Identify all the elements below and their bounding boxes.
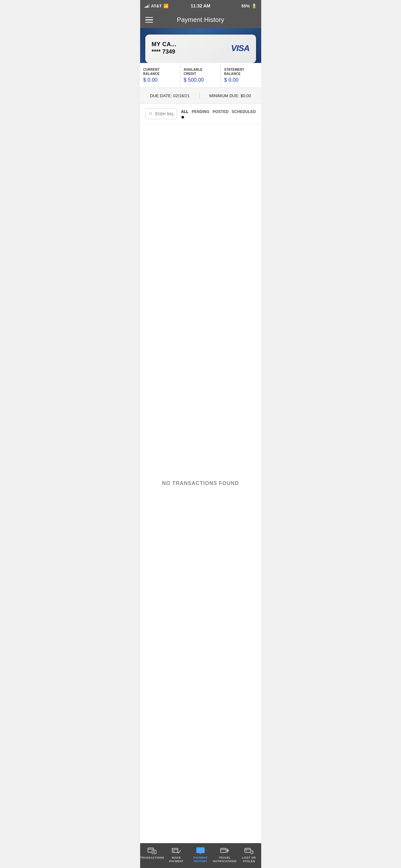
transactions-label: TRANSACTIONS xyxy=(140,856,164,860)
svg-rect-20 xyxy=(220,848,226,852)
divider xyxy=(199,92,199,99)
card-number: **** 7349 xyxy=(152,49,177,55)
page-title: Payment History xyxy=(158,16,243,24)
min-due-label: MINIMUM DUE: xyxy=(209,93,239,98)
filter-tabs-row: ALL PENDING POSTED SCHEDULED xyxy=(181,109,256,115)
search-filter-section: ALL PENDING POSTED SCHEDULED xyxy=(140,104,261,124)
nav-transactions[interactable]: TRANSACTIONS xyxy=(140,846,164,865)
payment-history-label: PAYMENTHISTORY xyxy=(193,856,208,864)
filter-tabs: ALL PENDING POSTED SCHEDULED xyxy=(181,109,256,119)
available-credit-label: AVAILABLECREDIT xyxy=(184,67,217,76)
due-date-label: DUE DATE: xyxy=(150,93,172,98)
statement-balance: STATEMENTBALANCE $ 0.00 xyxy=(221,63,261,88)
nav-make-payment[interactable]: MAKE PAYMENT xyxy=(164,846,189,865)
current-balance: CURRENTBALANCE $ 0.00 xyxy=(140,63,181,88)
svg-text:$: $ xyxy=(200,852,202,855)
search-icon xyxy=(149,111,153,116)
due-date-section: DUE DATE: 02/18/21 MINIMUM DUE: $0.00 xyxy=(140,88,261,104)
nav-payment-history[interactable]: $ PAYMENTHISTORY xyxy=(189,846,213,865)
filter-tab-pending[interactable]: PENDING xyxy=(192,109,210,115)
svg-line-1 xyxy=(151,114,152,115)
filter-tab-scheduled[interactable]: SCHEDULED xyxy=(232,109,256,115)
filter-indicator xyxy=(181,116,184,119)
filter-tab-posted[interactable]: POSTED xyxy=(212,109,228,115)
current-balance-amount: $ 0.00 xyxy=(143,77,177,83)
menu-button[interactable] xyxy=(145,17,153,23)
available-credit: AVAILABLECREDIT $ 500.00 xyxy=(181,63,221,88)
statement-balance-amount: $ 0.00 xyxy=(224,77,258,83)
svg-point-0 xyxy=(149,113,151,115)
min-due-value: $0.00 xyxy=(241,93,251,98)
status-bar: AT&T 📶 11:32 AM 55% 🔋 xyxy=(140,0,261,11)
available-credit-amount: $ 500.00 xyxy=(184,77,217,83)
status-time: 11:32 AM xyxy=(191,3,211,8)
search-box xyxy=(145,108,177,119)
bottom-nav: TRANSACTIONS MAKE PAYMENT $ xyxy=(140,843,261,868)
wifi-icon: 📶 xyxy=(163,4,168,8)
transactions-icon xyxy=(147,847,157,855)
search-input[interactable] xyxy=(155,111,174,116)
empty-state-message: NO TRANSACTIONS FOUND xyxy=(162,480,239,486)
credit-card: MY CA... **** 7349 VISA xyxy=(145,35,256,63)
travel-notifications-label: TRAVELNOTIFICATIONS xyxy=(213,856,236,864)
make-payment-label: MAKE PAYMENT xyxy=(164,856,189,864)
payment-history-icon: $ xyxy=(195,847,206,855)
card-name: MY CA... xyxy=(152,41,177,48)
balance-section: CURRENTBALANCE $ 0.00 AVAILABLECREDIT $ … xyxy=(140,63,261,88)
due-date: DUE DATE: 02/18/21 xyxy=(150,93,190,98)
lost-stolen-label: LOST ORSTOLEN xyxy=(242,856,256,864)
statement-balance-label: STATEMENTBALANCE xyxy=(224,67,258,76)
status-right: 55% 🔋 xyxy=(241,4,256,8)
nav-lost-stolen[interactable]: ! LOST ORSTOLEN xyxy=(237,846,261,865)
header: Payment History xyxy=(140,11,261,28)
carrier-label: AT&T xyxy=(151,4,162,8)
svg-marker-22 xyxy=(227,848,229,853)
main-content: NO TRANSACTIONS FOUND xyxy=(140,124,261,843)
battery-label: 55% xyxy=(241,4,250,8)
minimum-due: MINIMUM DUE: $0.00 xyxy=(209,93,251,98)
nav-travel-notifications[interactable]: TRAVELNOTIFICATIONS xyxy=(213,846,237,865)
due-date-value: 02/18/21 xyxy=(174,93,190,98)
visa-logo: VISA xyxy=(231,43,250,53)
battery-icon: 🔋 xyxy=(251,4,257,8)
current-balance-label: CURRENTBALANCE xyxy=(143,67,177,76)
signal-icon xyxy=(145,4,150,8)
svg-rect-23 xyxy=(245,848,251,852)
status-left: AT&T 📶 xyxy=(145,4,169,8)
lost-stolen-icon: ! xyxy=(244,847,254,855)
filter-tab-all[interactable]: ALL xyxy=(181,109,188,115)
travel-notifications-icon xyxy=(220,847,230,855)
make-payment-icon xyxy=(171,847,181,855)
card-section: MY CA... **** 7349 VISA xyxy=(140,28,261,63)
card-info: MY CA... **** 7349 xyxy=(152,41,177,55)
